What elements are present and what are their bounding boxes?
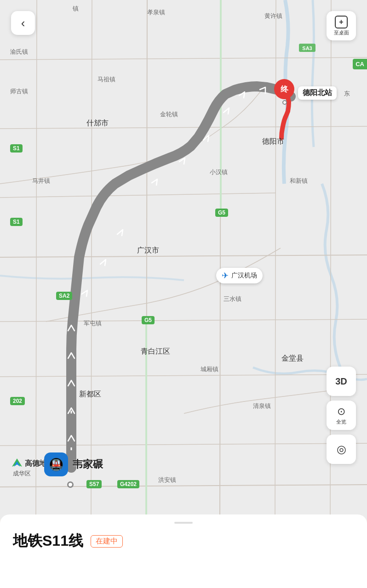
location-icon: ◎ (337, 443, 346, 456)
label-xiaoquanzhen: 孝泉镇 (147, 8, 165, 17)
back-icon: ‹ (21, 16, 25, 30)
label-jinlunzhen: 金轮镇 (160, 110, 178, 119)
start-station-label: 韦家碾 (73, 458, 103, 471)
label-honganzheni: 洪安镇 (158, 476, 176, 484)
label-deyangshi: 德阳市 (262, 137, 284, 147)
line-title: 地铁S11线 (13, 531, 83, 551)
desktop-button-label: 至桌面 (334, 29, 349, 36)
label-zhen: 镇 (73, 5, 79, 13)
label-juntunzhen: 军屯镇 (84, 319, 102, 328)
svg-text:SA3: SA3 (302, 45, 312, 51)
label-shifangshi: 什邡市 (86, 119, 109, 128)
label-yushizhen: 渝氏镇 (10, 48, 28, 56)
label-qingbaijiangqu: 青白江区 (141, 347, 170, 356)
label-jintangxian: 金堂县 (281, 354, 304, 363)
back-button[interactable]: ‹ (11, 11, 35, 35)
gaode-arrow-icon (11, 458, 23, 469)
badge-s1-mid: S1 (10, 218, 23, 226)
badge-g5-mid: G5 (142, 316, 155, 324)
airport-marker: ✈ 广汉机场 (216, 268, 263, 283)
end-station-dot (282, 100, 287, 105)
map-container: SA3 (0, 0, 367, 519)
label-shiguzhen: 师古镇 (10, 87, 28, 96)
badge-g5-top: G5 (215, 209, 228, 217)
badge-202: 202 (10, 397, 25, 405)
location-button[interactable]: ◎ (327, 435, 356, 464)
label-sanshuizhen: 三水镇 (224, 295, 241, 303)
start-station: 🚇 韦家碾 (44, 452, 103, 476)
start-dot (67, 481, 74, 488)
label-chengxiangzhen: 城厢镇 (201, 365, 218, 373)
bottom-panel: 地铁S11线 在建中 (0, 514, 367, 588)
3d-label: 3D (335, 376, 347, 387)
desktop-button[interactable]: 至桌面 (327, 11, 356, 40)
badge-sa2: SA2 (56, 292, 72, 300)
label-maijingzhen: 马井镇 (32, 177, 50, 185)
label-qingquanzhen: 清泉镇 (253, 402, 271, 410)
overview-button[interactable]: ⊙ 全览 (327, 401, 356, 430)
status-badge: 在建中 (91, 535, 123, 548)
overview-label: 全览 (336, 418, 346, 425)
3d-button[interactable]: 3D (327, 367, 356, 396)
end-badge: 终 (274, 79, 294, 99)
label-hexinzhen: 和新镇 (290, 177, 308, 185)
label-mazuzhen: 马祖镇 (97, 75, 115, 84)
map-controls: 3D ⊙ 全览 ◎ (327, 367, 356, 464)
drag-handle (174, 522, 193, 524)
add-to-desktop-icon (335, 16, 348, 28)
airport-icon: ✈ (222, 271, 229, 281)
overview-icon: ⊙ (337, 406, 345, 418)
label-dong: 东 (344, 90, 350, 98)
label-huangxuzhen: 黄许镇 (264, 12, 282, 20)
badge-s1-top: S1 (10, 144, 23, 153)
end-station-label: 德阳北站 (298, 86, 337, 100)
end-station: 终 (274, 79, 294, 99)
label-guanghanshi: 广汉市 (137, 246, 159, 255)
badge-s57: S57 (86, 480, 102, 488)
label-xindouqu: 新都区 (79, 390, 101, 399)
ca-badge: CA (353, 59, 367, 69)
metro-icon: 🚇 (44, 452, 68, 476)
label-xiahanzhen: 小汉镇 (210, 168, 228, 176)
badge-g4202: G4202 (117, 480, 139, 488)
airport-label: 广汉机场 (231, 271, 257, 280)
